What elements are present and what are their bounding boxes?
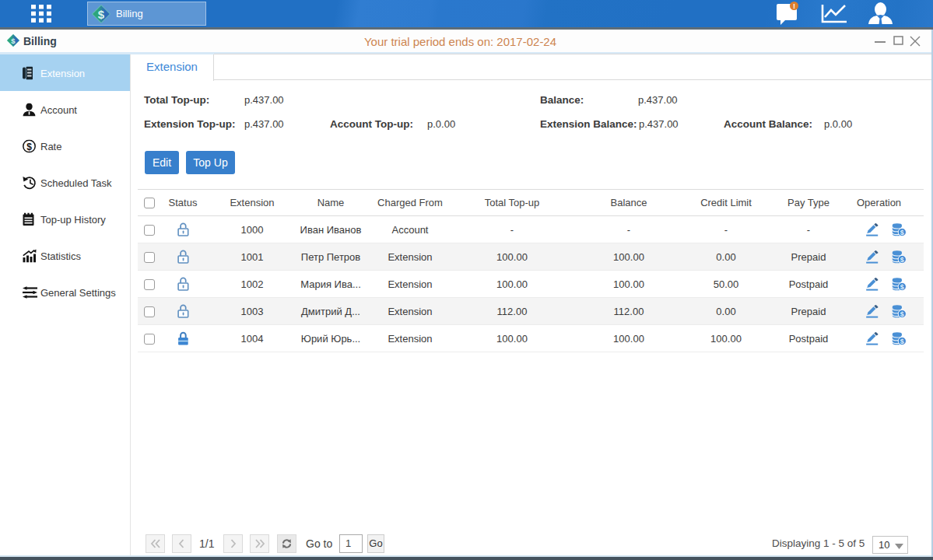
svg-text:!: ! [793, 2, 795, 10]
svg-text:$: $ [900, 310, 904, 317]
svg-text:$: $ [26, 141, 32, 152]
svg-text:$: $ [900, 337, 904, 345]
svg-text:$: $ [900, 228, 904, 236]
svg-text:$: $ [900, 255, 904, 263]
svg-text:$: $ [900, 282, 904, 290]
svg-text:$: $ [98, 7, 105, 20]
